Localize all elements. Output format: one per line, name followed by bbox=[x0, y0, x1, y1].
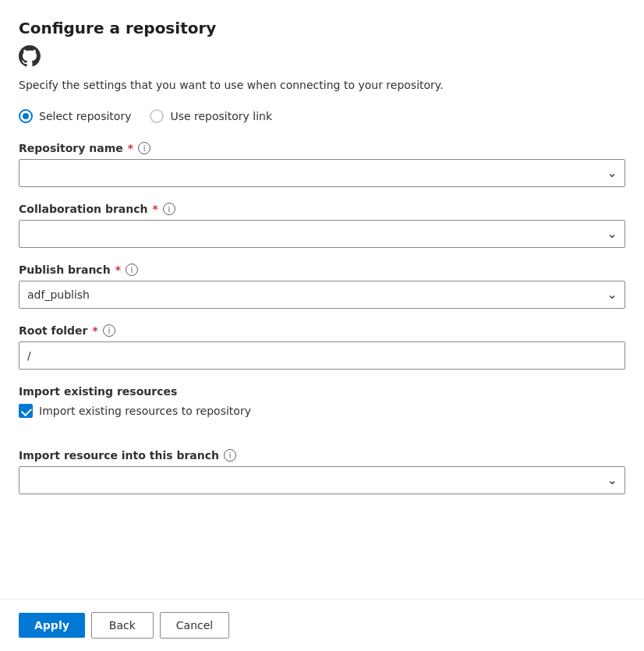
spacer bbox=[19, 510, 625, 599]
import-resources-checkbox-group: Import existing resources to repository bbox=[19, 404, 625, 418]
import-resources-title: Import existing resources bbox=[19, 385, 625, 398]
repository-name-label: Repository name * i bbox=[19, 142, 625, 154]
collaboration-branch-group: Collaboration branch * i bbox=[19, 203, 625, 248]
radio-use-link-label: Use repository link bbox=[170, 110, 272, 122]
import-branch-info-icon[interactable]: i bbox=[224, 449, 236, 462]
publish-branch-required: * bbox=[115, 264, 121, 276]
radio-use-link[interactable]: Use repository link bbox=[150, 109, 272, 123]
root-folder-input[interactable] bbox=[19, 341, 625, 370]
root-folder-info-icon[interactable]: i bbox=[103, 324, 115, 337]
radio-select-repository[interactable]: Select repository bbox=[19, 109, 131, 123]
radio-group: Select repository Use repository link bbox=[19, 109, 625, 123]
collaboration-branch-info-icon[interactable]: i bbox=[163, 203, 175, 215]
radio-select-repository-label: Select repository bbox=[39, 110, 131, 122]
import-branch-label-text: Import resource into this branch bbox=[19, 449, 219, 462]
github-icon bbox=[19, 45, 625, 69]
root-folder-required: * bbox=[93, 324, 98, 337]
cancel-button[interactable]: Cancel bbox=[160, 612, 229, 639]
repository-name-required: * bbox=[128, 142, 133, 154]
import-branch-select-wrapper bbox=[19, 466, 625, 494]
back-button[interactable]: Back bbox=[91, 612, 154, 639]
radio-select-repository-input[interactable] bbox=[19, 109, 33, 123]
collaboration-branch-label-text: Collaboration branch bbox=[19, 203, 147, 215]
repository-name-label-text: Repository name bbox=[19, 142, 123, 154]
publish-branch-select-wrapper: adf_publish bbox=[19, 281, 625, 309]
publish-branch-info-icon[interactable]: i bbox=[126, 264, 138, 276]
root-folder-group: Root folder * i bbox=[19, 324, 625, 370]
publish-branch-label: Publish branch * i bbox=[19, 264, 625, 276]
radio-use-link-input[interactable] bbox=[150, 109, 164, 123]
repository-name-select[interactable] bbox=[19, 159, 625, 187]
repository-name-select-wrapper bbox=[19, 159, 625, 187]
apply-button[interactable]: Apply bbox=[19, 613, 85, 638]
import-resources-checkbox-label: Import existing resources to repository bbox=[39, 405, 251, 417]
root-folder-label-text: Root folder bbox=[19, 324, 88, 337]
footer: Apply Back Cancel bbox=[0, 599, 644, 651]
collaboration-branch-required: * bbox=[152, 203, 157, 215]
import-branch-select[interactable] bbox=[19, 466, 625, 494]
import-resources-checkbox[interactable] bbox=[19, 404, 33, 418]
description: Specify the settings that you want to us… bbox=[19, 77, 625, 94]
page-title: Configure a repository bbox=[19, 19, 625, 37]
publish-branch-group: Publish branch * i adf_publish bbox=[19, 264, 625, 309]
collaboration-branch-select[interactable] bbox=[19, 220, 625, 248]
repository-name-info-icon[interactable]: i bbox=[138, 142, 150, 154]
import-resources-group: Import existing resources Import existin… bbox=[19, 385, 625, 433]
repository-name-group: Repository name * i bbox=[19, 142, 625, 187]
publish-branch-select[interactable]: adf_publish bbox=[19, 281, 625, 309]
import-branch-label: Import resource into this branch i bbox=[19, 449, 625, 462]
page-container: Configure a repository Specify the setti… bbox=[0, 0, 644, 599]
import-branch-group: Import resource into this branch i bbox=[19, 449, 625, 494]
root-folder-label: Root folder * i bbox=[19, 324, 625, 337]
publish-branch-label-text: Publish branch bbox=[19, 264, 111, 276]
collaboration-branch-label: Collaboration branch * i bbox=[19, 203, 625, 215]
collaboration-branch-select-wrapper bbox=[19, 220, 625, 248]
